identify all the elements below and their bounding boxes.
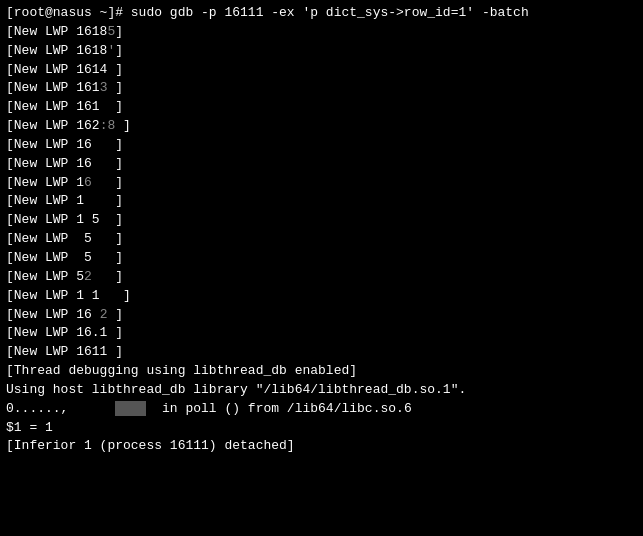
lwp-line-14: [New LWP 52 ]	[6, 268, 637, 287]
command-line: [root@nasus ~]# sudo gdb -p 16111 -ex 'p…	[6, 4, 637, 23]
lwp-line-9: [New LWP 16 ]	[6, 174, 637, 193]
lwp-line-17: [New LWP 16.1 ]	[6, 324, 637, 343]
poll-line: 0......, in poll () from /lib64/libc.so.…	[6, 400, 637, 419]
lwp-line-6: [New LWP 162:8 ]	[6, 117, 637, 136]
lwp-line-2: [New LWP 1618']	[6, 42, 637, 61]
lwp-line-5: [New LWP 161 ]	[6, 98, 637, 117]
lwp-line-10: [New LWP 1 ]	[6, 192, 637, 211]
lwp-line-8: [New LWP 16 ]	[6, 155, 637, 174]
lwp-line-3: [New LWP 1614 ]	[6, 61, 637, 80]
lwp-line-15: [New LWP 1 1 ]	[6, 287, 637, 306]
lwp-line-13: [New LWP 5 ]	[6, 249, 637, 268]
thread-debug-line: [Thread debugging using libthread_db ena…	[6, 362, 637, 381]
lwp-line-4: [New LWP 1613 ]	[6, 79, 637, 98]
lwp-line-16: [New LWP 16 2 ]	[6, 306, 637, 325]
terminal-window: [root@nasus ~]# sudo gdb -p 16111 -ex 'p…	[0, 0, 643, 536]
detached-line: [Inferior 1 (process 16111) detached]	[6, 437, 637, 456]
lwp-line-11: [New LWP 1 5 ]	[6, 211, 637, 230]
host-lib-line: Using host libthread_db library "/lib64/…	[6, 381, 637, 400]
lwp-line-7: [New LWP 16 ]	[6, 136, 637, 155]
result-line: $1 = 1	[6, 419, 637, 438]
lwp-line-1: [New LWP 16185]	[6, 23, 637, 42]
lwp-line-12: [New LWP 5 ]	[6, 230, 637, 249]
lwp-line-18: [New LWP 1611 ]	[6, 343, 637, 362]
